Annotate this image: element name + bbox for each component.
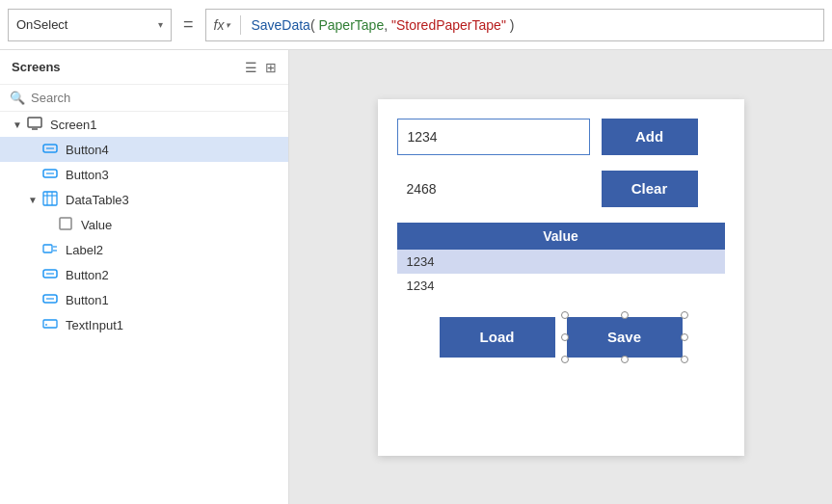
sidebar-item-datatable3[interactable]: ▼ DataTable3 bbox=[0, 187, 288, 212]
sidebar-title: Screens bbox=[12, 60, 61, 74]
canvas: Add 2468 Clear Value 12341234 Load bbox=[289, 50, 832, 504]
button-icon bbox=[42, 166, 58, 184]
grid-view-icon[interactable]: ⊞ bbox=[265, 60, 277, 75]
svg-rect-0 bbox=[28, 118, 41, 127]
app-screen: Add 2468 Clear Value 12341234 Load bbox=[378, 99, 744, 456]
svg-rect-18 bbox=[43, 320, 57, 328]
save-button[interactable]: Save bbox=[567, 317, 683, 358]
sidebar-item-label: DataTable3 bbox=[66, 193, 129, 207]
formula-fn: SaveData bbox=[251, 17, 309, 33]
main-layout: Screens ☰ ⊞ 🔍 ▼ Screen1 ▶ Button4 ▶ Butt… bbox=[0, 50, 832, 504]
sidebar-item-label: Button3 bbox=[66, 168, 109, 182]
event-selector-label: OnSelect bbox=[16, 17, 67, 32]
sidebar-item-label2[interactable]: ▶ Label2 bbox=[0, 237, 288, 262]
formula-string: "StoredPaperTape" bbox=[391, 17, 506, 33]
formula-text[interactable]: SaveData( PaperTape, "StoredPaperTape" ) bbox=[251, 17, 514, 33]
list-view-icon[interactable]: ☰ bbox=[245, 60, 257, 75]
screen-tree: ▼ Screen1 ▶ Button4 ▶ Button3 ▼ DataTabl… bbox=[0, 112, 288, 504]
clear-button[interactable]: Clear bbox=[602, 171, 698, 207]
button-icon bbox=[42, 141, 58, 159]
equals-sign: = bbox=[183, 14, 194, 35]
search-input[interactable] bbox=[31, 91, 279, 105]
sidebar-item-label: Value bbox=[81, 218, 112, 232]
bottom-buttons: Load Save bbox=[397, 317, 725, 358]
svg-rect-10 bbox=[60, 218, 71, 229]
label-icon bbox=[42, 241, 58, 259]
sidebar-item-textinput1[interactable]: ▶ TextInput1 bbox=[0, 312, 288, 337]
value-row: 2468 Clear bbox=[397, 171, 725, 207]
sidebar-item-button1[interactable]: ▶ Button1 bbox=[0, 287, 288, 312]
expand-arrow[interactable]: ▼ bbox=[12, 119, 23, 130]
expand-arrow[interactable]: ▼ bbox=[27, 195, 39, 205]
chevron-down-icon: ▾ bbox=[158, 19, 163, 30]
data-table: Value 12341234 bbox=[397, 223, 725, 298]
input-row: Add bbox=[397, 119, 725, 155]
sidebar-item-label: Screen1 bbox=[50, 118, 96, 132]
sidebar-item-button4[interactable]: ▶ Button4 bbox=[0, 137, 288, 162]
add-button[interactable]: Add bbox=[602, 119, 698, 155]
text-input[interactable] bbox=[397, 119, 590, 155]
sidebar-header: Screens ☰ ⊞ bbox=[0, 50, 288, 85]
table-row[interactable]: 1234 bbox=[397, 250, 725, 274]
sidebar-item-label: Button2 bbox=[66, 268, 109, 282]
value-display: 2468 bbox=[397, 175, 590, 202]
toolbar: OnSelect ▾ = fx ▾ SaveData( PaperTape, "… bbox=[0, 0, 832, 50]
table-row[interactable]: 1234 bbox=[397, 274, 725, 298]
formula-divider bbox=[240, 15, 241, 35]
screen-icon bbox=[27, 116, 42, 134]
sidebar-item-button2[interactable]: ▶ Button2 bbox=[0, 262, 288, 287]
sidebar-item-value[interactable]: ▶ Value bbox=[0, 212, 288, 237]
search-icon: 🔍 bbox=[10, 91, 25, 105]
sidebar-item-label: TextInput1 bbox=[66, 318, 123, 332]
formula-param1: PaperTape bbox=[318, 17, 384, 33]
table-cell-value: 1234 bbox=[397, 250, 725, 274]
formula-bar: fx ▾ SaveData( PaperTape, "StoredPaperTa… bbox=[205, 9, 824, 41]
sidebar-item-button3[interactable]: ▶ Button3 bbox=[0, 162, 288, 187]
checkbox-icon bbox=[58, 216, 73, 234]
sidebar: Screens ☰ ⊞ 🔍 ▼ Screen1 ▶ Button4 ▶ Butt… bbox=[0, 50, 289, 504]
button-icon bbox=[42, 291, 58, 309]
svg-rect-11 bbox=[43, 245, 52, 252]
load-button[interactable]: Load bbox=[440, 317, 555, 358]
event-selector[interactable]: OnSelect ▾ bbox=[8, 9, 172, 41]
save-button-wrapper: Save bbox=[567, 317, 683, 358]
sidebar-item-screen1[interactable]: ▼ Screen1 bbox=[0, 112, 288, 137]
table-header-value: Value bbox=[397, 223, 725, 250]
datatable-icon bbox=[42, 191, 58, 209]
button-icon bbox=[42, 266, 58, 284]
sidebar-item-label: Label2 bbox=[66, 243, 103, 257]
formula-icon: fx ▾ bbox=[214, 17, 231, 33]
sidebar-item-label: Button1 bbox=[66, 293, 109, 307]
svg-rect-6 bbox=[43, 192, 57, 205]
search-bar: 🔍 bbox=[0, 85, 288, 112]
textinput-icon bbox=[42, 316, 58, 334]
sidebar-item-label: Button4 bbox=[66, 143, 109, 157]
sidebar-view-controls: ☰ ⊞ bbox=[245, 60, 277, 75]
table-cell-value: 1234 bbox=[397, 274, 725, 298]
